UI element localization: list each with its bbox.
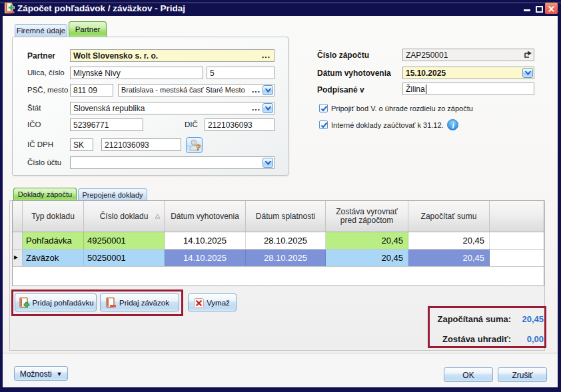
svg-text:?: ? xyxy=(196,142,201,152)
